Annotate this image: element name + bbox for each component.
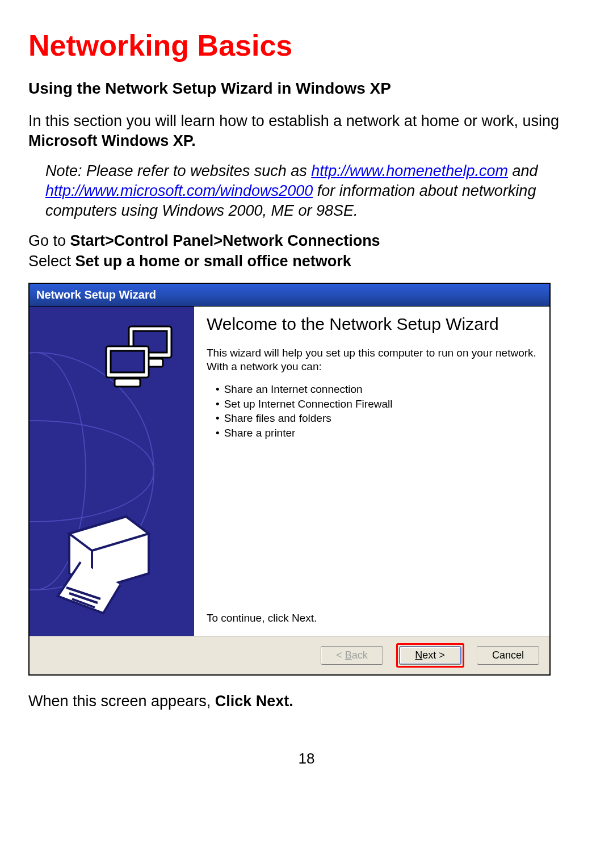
wizard-titlebar: Network Setup Wizard <box>30 284 549 307</box>
note-link-2[interactable]: http://www.microsoft.com/windows2000 <box>45 182 313 199</box>
wizard-intro-text: This wizard will help you set up this co… <box>207 346 537 374</box>
step2-bold: Set up a home or small office network <box>75 253 351 270</box>
note-mid: and <box>508 162 538 179</box>
wizard-button-bar: < Back Next > Cancel <box>30 636 549 674</box>
list-item: Set up Internet Connection Firewall <box>216 397 537 412</box>
list-item: Share files and folders <box>216 411 537 426</box>
next-button[interactable]: Next > <box>399 646 461 665</box>
note-pre: Note: Please refer to websites such as <box>45 162 311 179</box>
list-item: Share an Internet connection <box>216 382 537 397</box>
wizard-bullets: Share an Internet connection Set up Inte… <box>207 382 537 441</box>
wizard-heading: Welcome to the Network Setup Wizard <box>207 315 537 334</box>
after-bold: Click Next. <box>215 693 293 710</box>
svg-rect-4 <box>111 351 144 372</box>
step2-pre: Select <box>28 253 75 270</box>
note-paragraph: Note: Please refer to websites such as h… <box>28 161 585 221</box>
list-item: Share a printer <box>216 426 537 441</box>
back-button: < Back <box>321 646 383 665</box>
next-button-highlight: Next > <box>396 643 464 668</box>
page-title: Networking Basics <box>28 28 585 62</box>
svg-rect-5 <box>115 379 140 387</box>
wizard-continue-text: To continue, click Next. <box>207 611 537 626</box>
wizard-content: Welcome to the Network Setup Wizard This… <box>194 307 549 636</box>
after-paragraph: When this screen appears, Click Next. <box>28 693 585 710</box>
after-pre: When this screen appears, <box>28 693 215 710</box>
wizard-window: Network Setup Wizard <box>28 283 551 676</box>
computers-icon <box>98 324 183 400</box>
page-number: 18 <box>28 750 585 768</box>
wizard-sidebar-image <box>30 307 194 636</box>
intro-paragraph: In this section you will learn how to es… <box>28 111 585 151</box>
step-paragraph: Go to Start>Control Panel>Network Connec… <box>28 231 585 271</box>
step1-pre: Go to <box>28 232 70 249</box>
intro-bold: Microsoft Windows XP. <box>28 132 196 149</box>
wizard-body: Welcome to the Network Setup Wizard This… <box>30 307 549 636</box>
step1-bold: Start>Control Panel>Network Connections <box>70 232 380 249</box>
cancel-button[interactable]: Cancel <box>477 646 539 665</box>
intro-text: In this section you will learn how to es… <box>28 112 559 129</box>
note-link-1[interactable]: http://www.homenethelp.com <box>311 162 508 179</box>
section-subtitle: Using the Network Setup Wizard in Window… <box>28 79 585 98</box>
printer-icon <box>52 511 166 621</box>
